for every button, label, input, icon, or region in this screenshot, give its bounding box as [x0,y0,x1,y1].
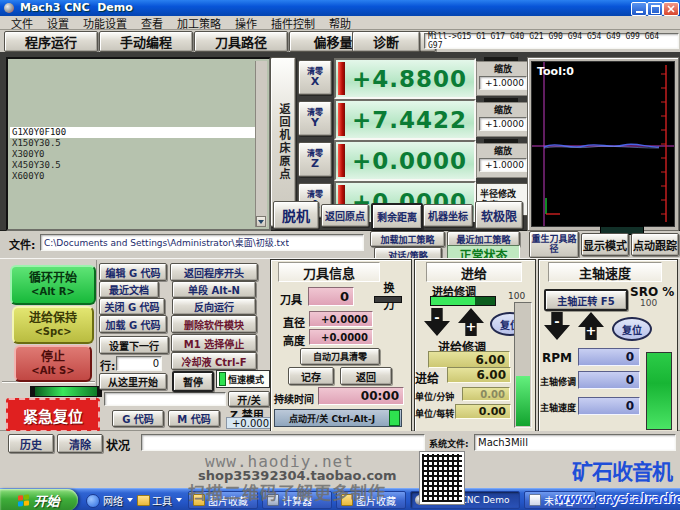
z-inhibit-onoff-button[interactable]: 开/关 [228,391,270,407]
feed-hold-button[interactable]: 进给保持 <Spc> [12,306,94,344]
load-gcode-button[interactable]: 加载 G 代码 [99,315,167,333]
rpm-display[interactable]: 0 [578,348,640,366]
dtg-button[interactable]: 剩余距离 [371,203,423,230]
coolant-button[interactable]: 冷却液 Ctrl-F [171,352,257,370]
stop-button[interactable]: 停止 <Alt S> [14,345,92,382]
menu-config[interactable]: 设置 [40,15,76,31]
tab-mdi[interactable]: 手动编程 [99,31,193,52]
scale-y-label: 缩放 [477,103,529,116]
menu-file[interactable]: 文件 [4,15,40,31]
menu-wizards[interactable]: 加工策略 [170,15,228,31]
task-pictures-1[interactable]: 图片收藏 [188,491,258,509]
gcode-list-button[interactable]: G 代码 [112,410,164,427]
scale-y-value[interactable]: +1.0000 [479,117,527,131]
emergency-reset-button[interactable]: 紧急复位 [6,398,100,432]
feed-override-display[interactable]: 6.00 [428,351,510,368]
menu-help[interactable]: 帮助 [322,15,358,31]
history-button[interactable]: 历史 [8,434,54,453]
scale-x-value[interactable]: +1.0000 [479,76,527,90]
edit-gcode-button[interactable]: 编辑 G 代码 [99,263,167,281]
goto-home-button[interactable]: 返回原点 [321,204,369,227]
spindle-reset-button[interactable]: 复位 [612,317,652,341]
machine-coords-button[interactable]: 机器坐标 [423,204,473,227]
spindle-speed-display[interactable]: 0 [578,397,640,415]
tab-toolpath[interactable]: 刀具路径 [194,31,288,52]
m1-optional-stop-button[interactable]: M1 选择停止 [171,334,257,352]
recent-files-button[interactable]: 最近文档 [99,281,159,298]
quicklaunch-tools[interactable]: 工具 [152,493,172,508]
jog-follow-button[interactable]: 点动跟踪 [631,233,679,256]
task-pictures-2[interactable]: 图片收藏 [336,491,406,509]
maximize-button[interactable] [647,2,663,16]
cycle-start-button[interactable]: 循环开始 <Alt R> [10,265,96,305]
regen-toolpath-button[interactable]: 重生刀具路径 [529,231,579,258]
pause-button[interactable]: 暂停 [172,371,214,392]
dro-y[interactable]: +7.4422 [334,99,476,140]
cv-mode-indicator[interactable]: 恒速模式 [216,370,270,388]
mach3-window: Mach3 CNC Demo 文件 设置 功能设置 查看 加工策略 操作 插件控… [0,0,680,510]
chevron-down-icon[interactable] [127,498,133,502]
zero-z-button[interactable]: 清零 Z [298,142,332,177]
display-mode-button[interactable]: 显示模式 [581,233,629,256]
return-button[interactable]: 返回 [340,367,392,385]
file-path-field[interactable]: C:\Documents and Settings\Administrator\… [40,234,364,251]
dro-led-stripe [338,103,345,136]
set-next-line-button[interactable]: 设置下一行 [99,336,169,354]
zero-y-button[interactable]: 清零 Y [298,101,332,136]
load-wizard-button[interactable]: 加载加工策略 [370,231,445,247]
jog-toggle-button[interactable]: 点动开/关 Ctrl-Alt-J [274,409,402,427]
tool-number-display[interactable]: 0 [308,287,354,306]
height-display[interactable]: +0.0000 [309,329,373,345]
zero-x-button[interactable]: 清零 X [298,60,332,95]
dro-x[interactable]: +4.8800 [334,58,476,99]
scale-z-value[interactable]: +1.0000 [479,158,527,172]
menu-view[interactable]: 查看 [134,15,170,31]
spindle-speed-value: 0 [626,399,634,413]
z-inhibit-value[interactable]: +0.000 [226,417,272,429]
run-from-here-button[interactable]: 从这里开始 [99,373,167,390]
close-gcode-button[interactable]: 关闭 G 代码 [99,298,165,315]
ie-icon[interactable] [86,494,100,508]
height-value: +0.0000 [321,332,368,343]
watermark-brand-url: www.crystalradio.cn [556,491,680,506]
dro-z[interactable]: +0.0000 [334,140,476,181]
spindle-override-display[interactable]: 0 [578,371,640,389]
scale-z-text: +1.0000 [485,160,524,170]
spindle-override-value: 0 [626,373,634,387]
minimize-button[interactable] [631,2,647,16]
feed-slider-track[interactable] [514,302,532,428]
single-block-button[interactable]: 单段 Alt-N [172,281,256,298]
gcode-scrollbar[interactable] [255,61,267,227]
clear-status-button[interactable]: 清除 [57,434,103,453]
start-button[interactable]: 开始 [0,489,78,510]
spindle-cw-button[interactable]: 主轴正转 F5 [544,289,628,311]
remember-button[interactable]: 记存 [288,367,334,385]
rewind-button[interactable]: 返回程序开头 [170,263,258,281]
line-number-input[interactable]: 0 [116,356,162,371]
minus-icon: - [554,315,559,328]
soft-limits-button[interactable]: 软极限 [475,201,523,229]
tab-program-run[interactable]: 程序运行 [4,31,98,52]
toolpath-view[interactable]: Tool:0 [531,61,675,227]
quicklaunch-network[interactable]: 网络 [103,493,123,508]
close-button[interactable] [663,2,679,16]
gcode-listing[interactable]: G1X0Y0F100 X150Y30.5 X300Y0 X450Y30.5 X6… [10,61,256,227]
offline-button[interactable]: 脱机 [273,201,319,229]
menu-plugin[interactable]: 插件控制 [264,15,322,31]
spindle-slider[interactable] [646,352,672,430]
chevron-down-icon[interactable] [176,498,182,502]
mcode-list-button[interactable]: M 代码 [168,410,220,427]
scroll-down-button[interactable] [256,216,266,227]
feed-rate-display[interactable]: 6.00 [447,367,511,383]
menu-function[interactable]: 功能设置 [76,15,134,31]
reverse-run-button[interactable]: 反向运行 [172,298,256,315]
diameter-display[interactable]: +0.0000 [309,311,373,327]
task-label: 图片收藏 [208,493,248,508]
auto-tool-zero-button[interactable]: 自动刀具清零 [300,348,380,365]
block-delete-button[interactable]: 删除软件模块 [171,315,257,333]
feed-scale-top: 100 [508,291,525,301]
tab-diag[interactable]: 诊断 [352,31,420,52]
menu-operator[interactable]: 操作 [228,15,264,31]
tools-folder-icon[interactable] [137,495,150,506]
task-calculator[interactable]: 计算器 [262,491,332,509]
